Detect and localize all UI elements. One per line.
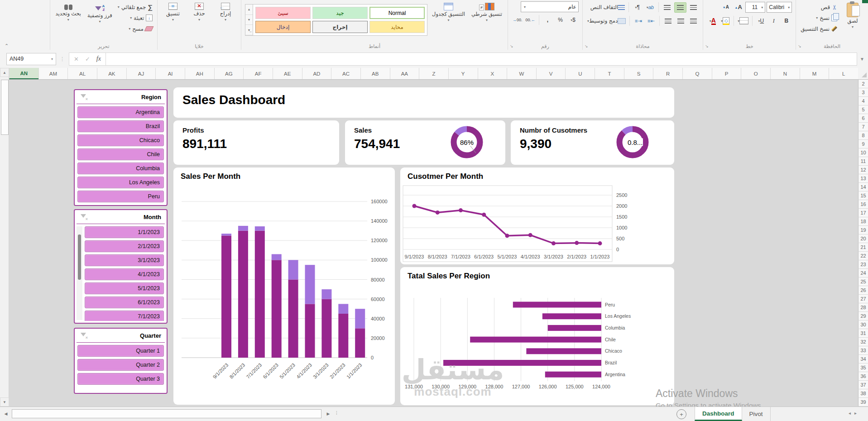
row-header-21[interactable]: 21 xyxy=(858,243,868,252)
slicer-item[interactable]: Peru xyxy=(77,191,164,202)
dialog-launcher-icon[interactable]: ↘ xyxy=(705,44,709,48)
column-header-AE[interactable]: AE xyxy=(273,68,302,79)
column-headers[interactable]: ANAMALAKAJAIAHAGAFAEADACABAAZYXWVUTSRQPO… xyxy=(9,68,858,80)
column-header-AA[interactable]: AA xyxy=(390,68,419,79)
fill-button[interactable]: ↓ تعبئة ▾ xyxy=(117,13,153,23)
name-box-splitter[interactable]: ⋮ xyxy=(60,56,65,62)
column-header-O[interactable]: O xyxy=(741,68,770,79)
gallery-up-icon[interactable]: ▲ xyxy=(245,5,253,15)
add-sheet-button[interactable]: + xyxy=(676,409,686,419)
slicer-month[interactable]: Month 1/1/20232/1/20233/1/20234/1/20235/… xyxy=(74,209,168,324)
horizontal-scroll-thumb[interactable] xyxy=(12,409,321,418)
insert-cells-button[interactable]: ← إدراج ▾ xyxy=(214,1,237,23)
dialog-launcher-icon[interactable]: ↘ xyxy=(585,44,588,48)
cell-style-6[interactable]: إدخال xyxy=(255,21,311,33)
tab-dashboard[interactable]: Dashboard xyxy=(695,407,742,421)
align-bottom-button[interactable] xyxy=(662,3,673,12)
dialog-launcher-icon[interactable]: ↘ xyxy=(510,44,513,48)
wrap-text-button[interactable]: التفاف النص xyxy=(590,3,626,12)
font-size-combo[interactable]: 11 ▾ xyxy=(745,2,765,13)
slicer-scrollbar[interactable] xyxy=(77,226,82,320)
row-header-9[interactable]: 9 xyxy=(858,140,868,148)
sort-filter-button[interactable]: AZ فرز وتصفية ▾ xyxy=(86,3,114,25)
column-header-AD[interactable]: AD xyxy=(302,68,331,79)
splitter-dots[interactable]: ⁞ xyxy=(336,411,338,416)
row-header-7[interactable]: 7 xyxy=(858,123,868,131)
scroll-left-icon[interactable]: ◀ xyxy=(1,409,11,419)
align-middle-button[interactable] xyxy=(674,2,686,13)
orientation-button[interactable]: ab▾ xyxy=(644,3,656,12)
row-header-34[interactable]: 34 xyxy=(858,355,868,364)
column-header-M[interactable]: M xyxy=(800,68,829,79)
column-header-AF[interactable]: AF xyxy=(243,68,273,79)
column-header-Q[interactable]: Q xyxy=(682,68,712,79)
row-header-14[interactable]: 14 xyxy=(858,183,868,191)
slicer-item[interactable]: Los Angeles xyxy=(77,177,164,188)
row-header-15[interactable]: 15 xyxy=(858,191,868,200)
column-header-P[interactable]: P xyxy=(712,68,741,79)
slicer-item[interactable]: Quarter 2 xyxy=(77,359,164,371)
formula-bar-expand-icon[interactable]: ▼ xyxy=(860,57,864,62)
column-header-S[interactable]: S xyxy=(624,68,653,79)
cell-style-2[interactable]: جيد xyxy=(312,7,368,19)
decrease-decimal-button[interactable]: .00→ xyxy=(512,15,523,25)
cut-button[interactable]: ✂ قص xyxy=(800,2,838,12)
cell-styles-gallery[interactable]: Normalجيدسيئمحايدإخراجإدخال xyxy=(253,4,427,36)
slicer-item[interactable]: 6/1/2023 xyxy=(85,297,164,308)
column-header-V[interactable]: V xyxy=(536,68,566,79)
slicer-item[interactable]: Argentina xyxy=(77,106,164,118)
row-header-12[interactable]: 12 xyxy=(858,166,868,174)
column-header-AM[interactable]: AM xyxy=(38,68,68,79)
cell-style-1[interactable]: Normal xyxy=(369,7,425,19)
slicer-item[interactable]: 2/1/2023 xyxy=(85,240,164,252)
insert-function-icon[interactable]: fx xyxy=(96,55,101,62)
decrease-indent-button[interactable]: ⇤≡ xyxy=(645,16,657,26)
format-cells-button[interactable]: تنسيق ▾ xyxy=(161,1,185,23)
select-all-corner[interactable] xyxy=(858,68,868,80)
slicer-item[interactable]: 5/1/2023 xyxy=(85,282,164,294)
borders-button[interactable]: ▾ xyxy=(737,16,749,26)
slicer-item[interactable]: Chile xyxy=(77,148,164,160)
autosum-button[interactable]: ∑ جمع تلقائي ▾ xyxy=(117,2,153,12)
vertical-scroll-thumb[interactable] xyxy=(1,80,9,135)
row-header-37[interactable]: 37 xyxy=(858,381,868,389)
scroll-down-icon[interactable]: ▼ xyxy=(0,397,9,407)
increase-decimal-button[interactable]: ←.00 xyxy=(524,15,536,25)
format-as-table-button[interactable]: التنسيق كجدول ▾ xyxy=(430,1,467,24)
cancel-icon[interactable]: ✕ xyxy=(74,56,79,62)
clear-filter-icon[interactable] xyxy=(80,332,87,339)
conditional-formatting-button[interactable]: ≠ تنسيق شرطي ▾ xyxy=(470,1,504,24)
tab-nav-arrows[interactable]: ◂▸ xyxy=(849,411,860,416)
currency-button[interactable]: $▾ xyxy=(567,15,579,25)
tab-pivot[interactable]: Pivot xyxy=(742,407,771,421)
slicer-scroll-thumb[interactable] xyxy=(78,234,81,280)
slicer-item[interactable]: Brazil xyxy=(77,120,164,132)
column-header-W[interactable]: W xyxy=(507,68,536,79)
font-color-button[interactable]: A▾ xyxy=(707,16,718,26)
scroll-up-icon[interactable]: ▲ xyxy=(0,68,9,77)
donut-chart[interactable]: 86% xyxy=(448,123,486,161)
row-header-26[interactable]: 26 xyxy=(858,286,868,295)
column-header-AC[interactable]: AC xyxy=(331,68,360,79)
row-header-10[interactable]: 10 xyxy=(858,148,868,157)
cell-style-5[interactable]: إخراج xyxy=(312,21,368,33)
row-header-16[interactable]: 16 xyxy=(858,200,868,209)
row-header-28[interactable]: 28 xyxy=(858,303,868,312)
enter-icon[interactable]: ✓ xyxy=(85,56,90,62)
slicer-item[interactable]: Columbia xyxy=(77,163,164,174)
row-header-25[interactable]: 25 xyxy=(858,277,868,286)
align-center-button[interactable] xyxy=(675,16,686,26)
row-header-19[interactable]: 19 xyxy=(858,226,868,234)
fill-color-button[interactable]: ◇▾ xyxy=(719,16,731,26)
chart-total-sales-per-region[interactable]: Tatal Sales Per Region 131,000130,000129… xyxy=(400,267,674,405)
bold-button[interactable]: B xyxy=(781,16,792,26)
column-header-N[interactable]: N xyxy=(770,68,800,79)
slicer-item[interactable]: 3/1/2023 xyxy=(85,254,164,266)
column-header-T[interactable]: T xyxy=(595,68,624,79)
column-header-AN[interactable]: AN xyxy=(9,68,38,79)
row-header-27[interactable]: 27 xyxy=(858,295,868,303)
row-header-6[interactable]: 6 xyxy=(858,114,868,123)
donut-chart[interactable]: 0.8... xyxy=(614,123,652,161)
row-header-38[interactable]: 38 xyxy=(858,389,868,398)
column-header-AB[interactable]: AB xyxy=(360,68,390,79)
